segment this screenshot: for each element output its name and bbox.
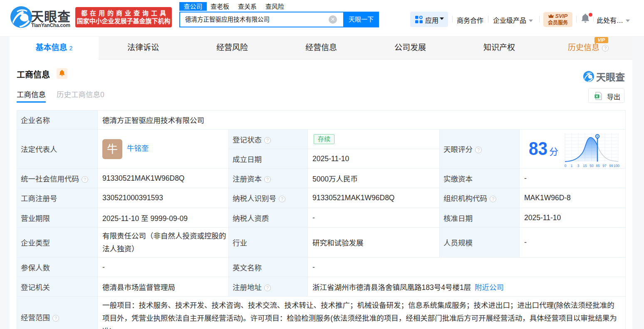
svg-text:0: 0 [565,164,567,168]
svg-text:97: 97 [602,164,607,168]
svg-text:99: 99 [609,164,613,168]
svg-text:85: 85 [596,164,600,168]
svg-text:3: 3 [577,164,580,168]
svg-text:50: 50 [590,164,594,168]
svg-text:1: 1 [571,164,573,168]
svg-text:15: 15 [583,164,587,168]
svg-text:100: 100 [614,164,619,168]
